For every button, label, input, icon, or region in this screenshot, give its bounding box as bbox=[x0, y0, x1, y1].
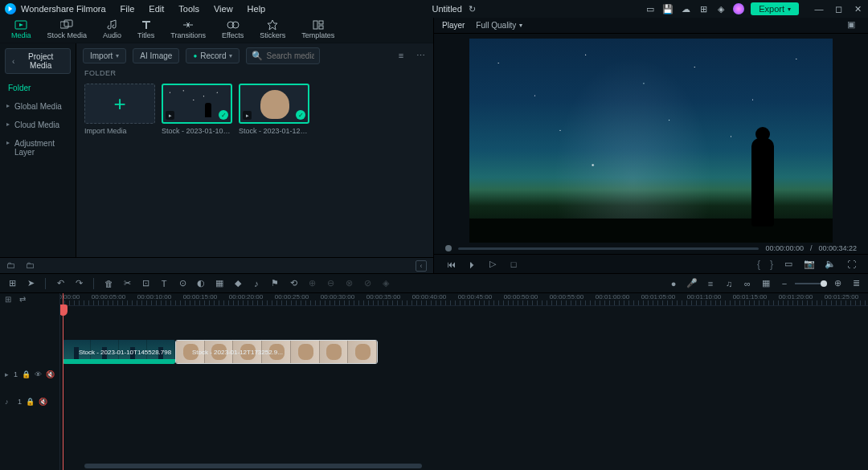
audio-sync-icon[interactable]: ♫ bbox=[723, 278, 735, 289]
maximize-button[interactable]: ◻ bbox=[833, 4, 844, 14]
sidebar-item-global-media[interactable]: Global Media bbox=[0, 97, 76, 116]
prev-frame-icon[interactable]: ⏮ bbox=[445, 259, 457, 270]
redo-icon[interactable]: ↷ bbox=[73, 278, 84, 289]
filter-icon[interactable]: ≡ bbox=[395, 49, 407, 62]
menu-file[interactable]: File bbox=[121, 4, 135, 14]
media-clip-1[interactable]: ▸✓ Stock - 2023-01-10T145528.7... bbox=[162, 84, 232, 135]
project-media-button[interactable]: Project Media bbox=[5, 48, 71, 74]
mute-icon[interactable]: 👁 bbox=[35, 370, 42, 379]
timeline-ruler[interactable]: 00:00:00:0000:00:05:0000:00:10:0000:00:1… bbox=[60, 293, 868, 306]
color-icon[interactable]: ◐ bbox=[195, 278, 207, 289]
layout-icon[interactable]: ▭ bbox=[645, 3, 656, 14]
fullscreen-icon[interactable]: ⛶ bbox=[845, 259, 857, 270]
manage-tracks-icon[interactable]: ⊞ bbox=[5, 295, 14, 304]
adjust-icon[interactable]: ⟲ bbox=[288, 278, 299, 289]
minimize-button[interactable]: — bbox=[813, 4, 825, 14]
scrub-track[interactable] bbox=[458, 247, 759, 250]
cloud-icon[interactable]: ☁ bbox=[680, 3, 691, 14]
video-track-header[interactable]: ▸ 1 🔒 👁 🔇 bbox=[0, 361, 59, 388]
new-folder-icon[interactable]: 🗀 bbox=[6, 260, 18, 272]
save-icon[interactable]: 💾 bbox=[662, 3, 674, 14]
media-clip-2[interactable]: ▸✓ Stock - 2023-01-12T173252.9... bbox=[239, 84, 309, 135]
track-options-icon[interactable]: ≣ bbox=[850, 278, 862, 289]
play-icon[interactable]: ▷ bbox=[487, 259, 498, 270]
preview-viewport[interactable] bbox=[469, 39, 833, 243]
collapse-panel-button[interactable]: ‹ bbox=[416, 260, 427, 272]
timeline-clip-2[interactable]: ▸ Stock - 2023-01-12T173252.9... bbox=[175, 340, 378, 364]
stop-icon[interactable]: □ bbox=[508, 259, 519, 270]
tool-b-icon[interactable]: ⊖ bbox=[325, 278, 336, 289]
menu-view[interactable]: View bbox=[214, 4, 233, 14]
tab-transitions[interactable]: Transitions bbox=[170, 19, 206, 43]
import-media-tile[interactable]: + Import Media bbox=[84, 84, 155, 135]
more-icon[interactable]: ⋯ bbox=[414, 49, 427, 62]
sidebar-item-cloud-media[interactable]: Cloud Media bbox=[0, 116, 76, 134]
audio-track-header[interactable]: ♪ 1 🔒 🔇 bbox=[0, 388, 59, 415]
snapshot-icon[interactable]: ▣ bbox=[847, 19, 860, 31]
undo-icon[interactable]: ↶ bbox=[55, 278, 66, 289]
timeline-clip-1[interactable]: ▸ Stock - 2023-01-10T145528.798 bbox=[63, 340, 175, 364]
mixer-mic-icon[interactable]: 🎤 bbox=[686, 278, 698, 289]
playhead[interactable] bbox=[63, 293, 63, 470]
tab-stickers[interactable]: Stickers bbox=[260, 19, 285, 43]
tab-stock-media[interactable]: Stock Media bbox=[47, 19, 88, 43]
zoom-in-icon[interactable]: ⊕ bbox=[832, 278, 843, 289]
speed-icon[interactable]: ⊙ bbox=[177, 278, 188, 289]
tab-audio[interactable]: Audio bbox=[103, 19, 121, 43]
split-icon[interactable]: ✂ bbox=[121, 278, 133, 289]
volume-icon[interactable]: 🔈 bbox=[825, 259, 836, 270]
select-tool-icon[interactable]: ⊞ bbox=[6, 278, 18, 289]
tool-a-icon[interactable]: ⊕ bbox=[306, 278, 317, 289]
marker-icon[interactable]: ⚑ bbox=[269, 278, 280, 289]
timeline-scrollbar[interactable] bbox=[60, 464, 868, 468]
cloud-sync-icon[interactable]: ↻ bbox=[467, 3, 478, 14]
lock-icon[interactable]: 🔒 bbox=[26, 398, 35, 407]
timeline-tracks[interactable]: 00:00:00:0000:00:05:0000:00:10:0000:00:1… bbox=[60, 293, 868, 470]
mark-in-icon[interactable]: { bbox=[757, 259, 760, 270]
export-button[interactable]: Export▾ bbox=[751, 2, 799, 15]
menu-tools[interactable]: Tools bbox=[178, 4, 199, 14]
sidebar-item-adjustment-layer[interactable]: Adjustment Layer bbox=[0, 134, 76, 161]
tool-e-icon[interactable]: ◈ bbox=[380, 278, 391, 289]
cursor-tool-icon[interactable]: ➤ bbox=[25, 278, 36, 289]
record-button[interactable]: Record▾ bbox=[186, 48, 240, 63]
menu-help[interactable]: Help bbox=[248, 4, 266, 14]
tab-templates[interactable]: Templates bbox=[301, 19, 334, 43]
mute-icon[interactable]: 🔇 bbox=[39, 398, 47, 407]
link-icon[interactable]: ∞ bbox=[742, 278, 753, 289]
tab-titles[interactable]: Titles bbox=[137, 19, 154, 43]
apps-icon[interactable]: ⊞ bbox=[698, 3, 709, 14]
tool-c-icon[interactable]: ⊗ bbox=[343, 278, 354, 289]
tool-d-icon[interactable]: ⊘ bbox=[362, 278, 373, 289]
green-screen-icon[interactable]: ▦ bbox=[214, 278, 225, 289]
search-input[interactable] bbox=[266, 51, 313, 60]
video-track-1[interactable]: ▸ Stock - 2023-01-10T145528.798 ▸ Stock … bbox=[60, 338, 868, 366]
crop-icon[interactable]: ⊡ bbox=[140, 278, 151, 289]
display-icon[interactable]: ▭ bbox=[783, 259, 794, 270]
tab-effects[interactable]: Effects bbox=[222, 19, 244, 43]
record-vo-icon[interactable]: ● bbox=[668, 278, 679, 289]
scrub-handle[interactable] bbox=[445, 245, 452, 251]
mixer-icon[interactable]: ≡ bbox=[705, 278, 716, 289]
mark-out-icon[interactable]: } bbox=[770, 259, 773, 270]
snapshot-button-icon[interactable]: 📷 bbox=[804, 259, 815, 270]
quality-dropdown[interactable]: Full Quality▾ bbox=[476, 21, 522, 30]
search-media[interactable]: 🔍 bbox=[246, 47, 319, 64]
audio-track-1[interactable] bbox=[60, 366, 868, 393]
zoom-slider[interactable]: −⊕ bbox=[779, 278, 843, 289]
sync-icon[interactable]: ⇄ bbox=[19, 295, 29, 304]
zoom-out-icon[interactable]: − bbox=[779, 278, 790, 289]
ai-image-button[interactable]: AI Image bbox=[133, 48, 179, 63]
menu-edit[interactable]: Edit bbox=[149, 4, 164, 14]
text-icon[interactable]: T bbox=[158, 278, 170, 289]
player-tab[interactable]: Player bbox=[442, 21, 465, 30]
hide-icon[interactable]: 🔇 bbox=[46, 370, 55, 379]
keyframe-icon[interactable]: ◆ bbox=[232, 278, 244, 289]
import-button[interactable]: Import▾ bbox=[83, 48, 126, 63]
tab-media[interactable]: Media bbox=[11, 19, 31, 43]
delete-icon[interactable]: 🗑 bbox=[103, 278, 114, 289]
grid-icon[interactable]: ▦ bbox=[760, 278, 772, 289]
detach-audio-icon[interactable]: ♪ bbox=[251, 278, 262, 289]
user-avatar[interactable] bbox=[733, 3, 744, 14]
lock-icon[interactable]: 🔒 bbox=[22, 370, 31, 379]
